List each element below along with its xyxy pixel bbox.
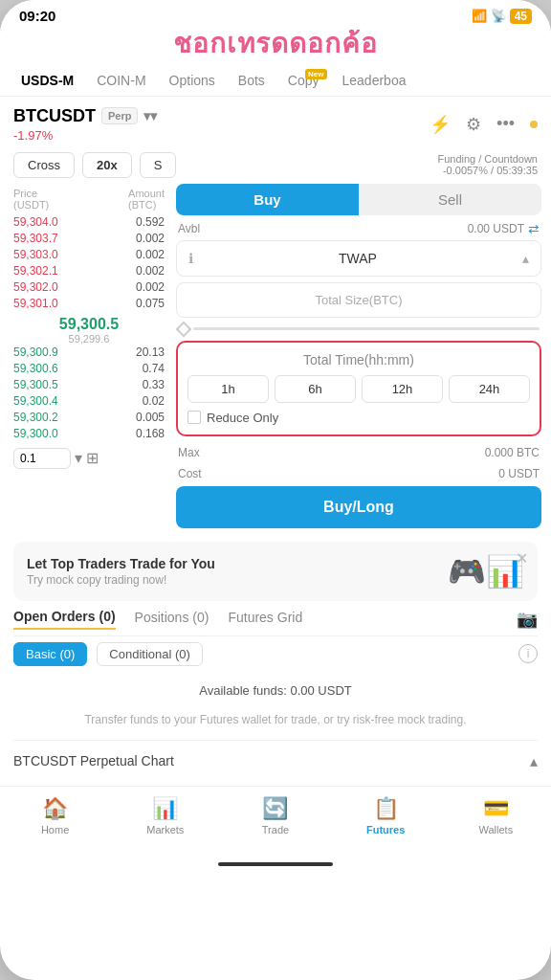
ob-bid-amount: 0.74 xyxy=(143,362,165,375)
ob-bid-amount: 0.33 xyxy=(143,378,165,391)
ob-bid-row[interactable]: 59,300.2 0.005 xyxy=(13,410,165,426)
futures-label: Futures xyxy=(366,824,405,835)
ob-price-header: Price(USDT) xyxy=(13,188,49,211)
nav-coinm[interactable]: COIN-M xyxy=(85,65,157,96)
banner-icon: 🎮📊 xyxy=(448,553,524,590)
time-btn-6h[interactable]: 6h xyxy=(275,375,356,403)
pair-info: BTCUSDT Perp ▾ -1.97% xyxy=(13,106,157,143)
reduce-only-checkbox[interactable] xyxy=(187,411,201,424)
chart-expand-icon[interactable]: ▴ xyxy=(530,752,538,770)
trade-panel: Buy Sell Avbl 0.00 USDT ⇄ ℹ TWAP ▴ Total… xyxy=(172,184,551,528)
total-size-input[interactable]: Total Size(BTC) xyxy=(176,282,541,318)
ob-ask-row[interactable]: 59,303.0 0.002 xyxy=(13,247,165,263)
pair-symbol: BTCUSDT xyxy=(13,106,96,126)
thai-title-text: ชอกเทรดดอกค้อ xyxy=(173,29,378,58)
ob-ask-price: 59,304.0 xyxy=(13,215,58,229)
conditional-tab[interactable]: Conditional (0) xyxy=(97,642,203,666)
home-label: Home xyxy=(41,824,69,835)
ob-bid-row[interactable]: 59,300.6 0.74 xyxy=(13,361,165,377)
depth-input[interactable] xyxy=(13,448,71,469)
avbl-row: Avbl 0.00 USDT ⇄ xyxy=(176,221,541,236)
pair-dropdown-icon[interactable]: ▾ xyxy=(143,108,157,123)
ob-ask-amount: 0.002 xyxy=(136,232,165,245)
status-bar: 09:20 📶 📡 45 xyxy=(0,0,551,28)
slider-handle[interactable] xyxy=(176,321,192,337)
orders-empty-sub: Transfer funds to your Futures wallet fo… xyxy=(13,707,538,732)
max-label: Max xyxy=(178,446,200,459)
ob-bid-row[interactable]: 59,300.9 20.13 xyxy=(13,345,165,361)
ob-bid-price: 59,300.5 xyxy=(13,378,58,391)
open-orders-tab[interactable]: Open Orders (0) xyxy=(13,609,116,630)
margin-type-button[interactable]: Cross xyxy=(13,152,75,178)
ob-ask-row[interactable]: 59,302.1 0.002 xyxy=(13,263,165,279)
orders-section: Open Orders (0) Positions (0) Futures Gr… xyxy=(0,609,551,732)
ob-ask-price: 59,301.0 xyxy=(13,297,58,310)
slider-track[interactable] xyxy=(193,327,540,330)
size-type-button[interactable]: S xyxy=(140,152,177,178)
time-btn-1h[interactable]: 1h xyxy=(187,375,269,403)
ob-ask-row[interactable]: 59,304.0 0.592 xyxy=(13,214,165,231)
twap-title: Total Time(hh:mm) xyxy=(187,352,530,368)
buy-tab[interactable]: Buy xyxy=(176,184,359,215)
cost-label: Cost xyxy=(178,467,202,480)
nav-wallets[interactable]: 💳 Wallets xyxy=(467,796,524,835)
copy-new-badge: New xyxy=(305,69,326,79)
transfer-icon[interactable]: ⇄ xyxy=(528,221,540,236)
battery-badge: 45 xyxy=(510,9,532,24)
positions-tab[interactable]: Positions (0) xyxy=(135,610,209,629)
markets-label: Markets xyxy=(146,824,184,835)
nav-home[interactable]: 🏠 Home xyxy=(27,796,84,835)
depth-visual-icon[interactable]: ⊞ xyxy=(86,449,99,467)
ob-ask-row[interactable]: 59,303.7 0.002 xyxy=(13,231,165,247)
orders-icon[interactable]: 📷 xyxy=(517,609,538,630)
depth-input-row: ▾ ⊞ xyxy=(13,448,165,469)
ob-bid-row[interactable]: 59,300.5 0.33 xyxy=(13,377,165,393)
signal-icon: 📶 xyxy=(472,9,487,23)
ob-bid-price: 59,300.9 xyxy=(13,345,58,359)
nav-usdsm[interactable]: USDS-M xyxy=(10,65,85,96)
avbl-value: 0.00 USDT ⇄ xyxy=(468,221,540,236)
leverage-button[interactable]: 20x xyxy=(82,152,132,178)
banner-content: Let Top Traders Trade for You Try mock c… xyxy=(27,556,215,587)
pair-header: BTCUSDT Perp ▾ -1.97% ⚡ ⚙ ••• xyxy=(0,97,551,146)
order-type-selector[interactable]: ℹ TWAP ▴ xyxy=(176,240,541,277)
ob-bid-row[interactable]: 59,300.0 0.168 xyxy=(13,426,165,442)
chart-section: BTCUSDT Perpetual Chart ▴ xyxy=(13,740,538,778)
copy-trading-banner: Let Top Traders Trade for You Try mock c… xyxy=(13,542,538,601)
nav-bots[interactable]: Bots xyxy=(227,65,276,96)
futures-grid-tab[interactable]: Futures Grid xyxy=(228,610,302,629)
nav-options[interactable]: Options xyxy=(158,65,227,96)
status-icons: 📶 📡 45 xyxy=(472,9,532,24)
sell-tab[interactable]: Sell xyxy=(359,184,541,215)
pair-name-row: BTCUSDT Perp ▾ xyxy=(13,106,157,126)
ob-ask-price: 59,302.1 xyxy=(13,264,58,278)
status-time: 09:20 xyxy=(19,8,55,24)
buy-long-button[interactable]: Buy/Long xyxy=(176,486,541,528)
chart-settings-icon[interactable]: ⚡ xyxy=(430,114,451,135)
basic-tab[interactable]: Basic (0) xyxy=(13,642,87,666)
depth-dropdown-icon[interactable]: ▾ xyxy=(75,449,82,467)
orders-info-icon[interactable]: i xyxy=(518,644,538,663)
analysis-icon[interactable]: ⚙ xyxy=(466,114,481,135)
nav-trade[interactable]: 🔄 Trade xyxy=(247,796,304,835)
nav-markets[interactable]: 📊 Markets xyxy=(137,796,194,835)
ob-ask-amount: 0.075 xyxy=(136,297,165,310)
ob-bid-row[interactable]: 59,300.4 0.02 xyxy=(13,393,165,410)
more-icon[interactable]: ••• xyxy=(496,114,515,134)
banner-close-button[interactable]: ✕ xyxy=(516,549,528,568)
ob-mid-price: 59,300.5 xyxy=(13,312,165,333)
home-icon: 🏠 xyxy=(42,796,68,821)
ob-ask-row[interactable]: 59,302.0 0.002 xyxy=(13,279,165,296)
ob-ask-row[interactable]: 59,301.0 0.075 xyxy=(13,296,165,312)
nav-futures[interactable]: 📋 Futures xyxy=(357,796,414,835)
time-btn-24h[interactable]: 24h xyxy=(449,375,530,403)
orders-empty-text: Available funds: 0.00 USDT xyxy=(13,674,538,707)
ob-header: Price(USDT) Amount(BTC) xyxy=(13,184,165,214)
nav-copy[interactable]: Copy New xyxy=(276,65,331,96)
buy-sell-tabs: Buy Sell xyxy=(176,184,541,215)
phone-container: 09:20 📶 📡 45 ชอกเทรดดอกค้อ USDS-M COIN-M… xyxy=(0,0,551,980)
sub-tabs: Basic (0) Conditional (0) i xyxy=(13,642,538,666)
max-value: 0.000 BTC xyxy=(485,446,540,459)
nav-leaderboard[interactable]: Leaderboa xyxy=(331,65,418,96)
time-btn-12h[interactable]: 12h xyxy=(362,375,443,403)
